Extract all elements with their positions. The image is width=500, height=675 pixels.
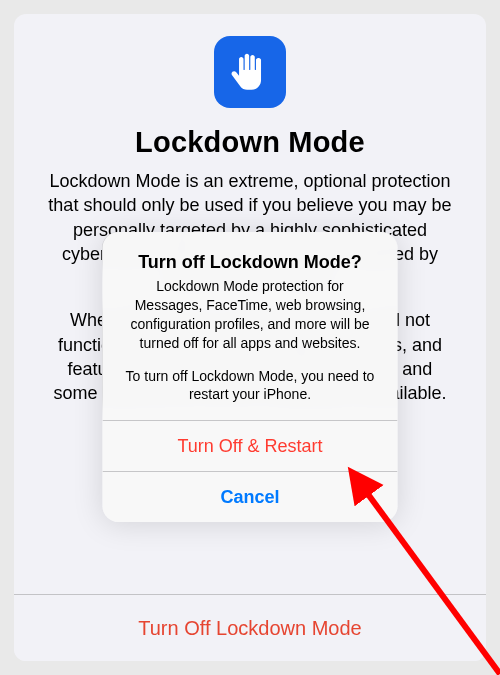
cancel-button[interactable]: Cancel [103, 471, 398, 522]
turn-off-and-restart-button[interactable]: Turn Off & Restart [103, 420, 398, 471]
modal-overlay: Turn off Lockdown Mode? Lockdown Mode pr… [14, 14, 486, 661]
alert-content: Turn off Lockdown Mode? Lockdown Mode pr… [103, 232, 398, 420]
screen: Lockdown Mode Lockdown Mode is an extrem… [0, 0, 500, 675]
alert-message-2: To turn off Lockdown Mode, you need to r… [121, 367, 380, 405]
alert-title: Turn off Lockdown Mode? [121, 252, 380, 273]
confirm-alert: Turn off Lockdown Mode? Lockdown Mode pr… [103, 232, 398, 522]
alert-message: Lockdown Mode protection for Messages, F… [121, 277, 380, 404]
alert-message-1: Lockdown Mode protection for Messages, F… [121, 277, 380, 353]
